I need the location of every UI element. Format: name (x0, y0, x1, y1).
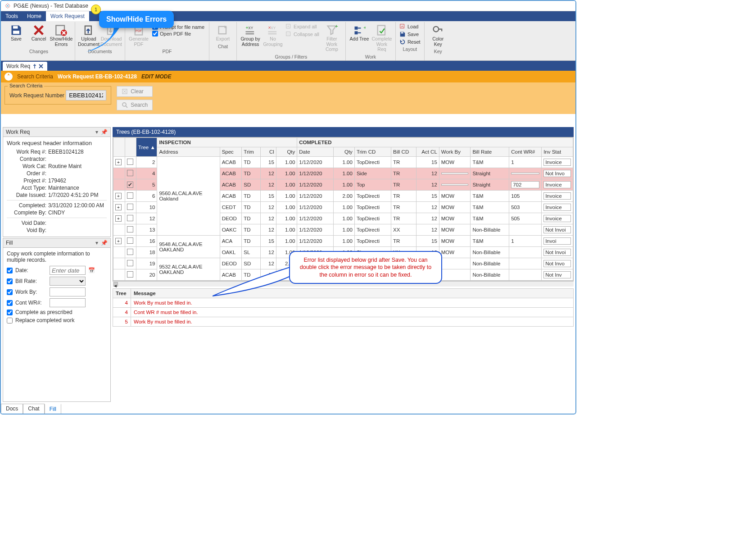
menu-home[interactable]: Home (23, 11, 46, 21)
collapse-all-button[interactable]: −Collapse all (285, 31, 320, 38)
table-row[interactable]: +29560 ALCALA AVE OaklandACABTD151.001/1… (113, 157, 573, 168)
svg-rect-12 (246, 33, 254, 34)
error-row[interactable]: 4Cont WR # must be filled in. (113, 308, 574, 317)
search-icon (122, 102, 128, 108)
layout-reset-button[interactable]: Reset (398, 38, 421, 46)
invstat-cell[interactable]: Invoi (543, 237, 571, 245)
row-checkbox[interactable]: ✔ (127, 182, 133, 188)
error-row[interactable]: 4Work By must be filled in. (113, 298, 574, 308)
invstat-cell[interactable]: Not Inv (543, 271, 571, 278)
collapse-criteria-button[interactable]: ˄ (5, 73, 13, 81)
callout-annotation-tail-icon (213, 267, 294, 298)
complete-work-req-button[interactable]: Complete Work Req (371, 23, 393, 53)
expand-all-button[interactable]: +Expand all (285, 23, 320, 30)
row-checkbox[interactable] (127, 192, 133, 199)
no-grouping-button[interactable]: ×XY No Grouping (262, 23, 284, 48)
panel-pin-icon[interactable]: 📌 (101, 240, 108, 246)
layout-save-button[interactable]: Save (398, 31, 421, 38)
search-criteria-panel: Search Criteria Work Request Number Clea… (1, 82, 575, 114)
open-pdf-checkbox[interactable]: Open PDF file (152, 31, 204, 36)
invstat-cell[interactable]: Invoice (543, 215, 571, 222)
row-checkbox[interactable] (127, 215, 133, 221)
svg-text:+: + (287, 24, 290, 28)
complete-prescribed-checkbox[interactable] (7, 310, 13, 315)
fill-contwr-checkbox[interactable] (7, 300, 13, 306)
error-row[interactable]: 5Work By must be filled in. (113, 317, 574, 327)
invstat-cell[interactable]: Invoice (543, 159, 571, 166)
callout-bubble-1: Show/Hide Errors (99, 11, 174, 28)
panel-dropdown-icon[interactable]: ▾ (95, 129, 98, 135)
invstat-cell[interactable]: Not Invoi (543, 249, 571, 256)
panel-dropdown-icon[interactable]: ▾ (95, 240, 98, 246)
row-checkbox[interactable] (127, 170, 133, 176)
expand-icon[interactable]: + (115, 215, 122, 222)
svg-rect-22 (354, 27, 358, 30)
row-checkbox[interactable] (127, 204, 133, 210)
svg-rect-0 (13, 26, 18, 29)
error-list-grid[interactable]: TreeMessage 4Work By must be filled in.4… (113, 288, 574, 327)
tab-fill[interactable]: Fill (45, 404, 61, 414)
panel-pin-icon[interactable]: 📌 (101, 129, 108, 135)
edit-mode-label: EDIT MODE (141, 73, 172, 80)
row-checkbox[interactable] (127, 249, 133, 255)
group-by-address-button[interactable]: +XY Group by Address (240, 23, 261, 48)
invstat-cell[interactable]: Not Invoi (543, 226, 571, 233)
save-button[interactable]: Save (5, 23, 27, 43)
layout-load-button[interactable]: Load (398, 23, 421, 30)
ribbon-group-changes: Save Cancel Show/Hide Errors Changes (3, 22, 75, 60)
menu-tools[interactable]: Tools (1, 11, 23, 21)
add-tree-button[interactable]: + Add Tree (349, 23, 370, 43)
cancel-button[interactable]: Cancel (28, 23, 50, 43)
fill-billrate-select[interactable] (50, 277, 86, 286)
ribbon-group-groups: +XY Group by Address ×XY No Grouping +Ex… (237, 22, 346, 60)
pin-icon[interactable] (32, 64, 37, 69)
search-button[interactable]: Search (117, 100, 153, 110)
calendar-icon[interactable]: 📅 (88, 267, 95, 273)
svg-rect-29 (438, 29, 442, 30)
invstat-cell[interactable]: Not Invo (543, 260, 571, 267)
clear-icon (122, 88, 128, 95)
clear-button[interactable]: Clear (117, 86, 153, 97)
menu-work-request[interactable]: Work Request (46, 11, 89, 21)
menu-bar: Tools Home Work Request (1, 11, 575, 21)
tab-chat[interactable]: Chat (23, 404, 44, 414)
work-request-number-label: Work Request Number (9, 92, 64, 99)
row-checkbox[interactable] (127, 271, 133, 278)
close-icon[interactable] (38, 64, 44, 69)
fill-workby-checkbox[interactable] (7, 289, 13, 295)
tab-work-req[interactable]: Work Req (3, 62, 47, 71)
color-key-button[interactable]: Color Key (427, 23, 449, 48)
export-button[interactable]: Export (212, 23, 234, 43)
table-row[interactable]: +169548 ALCALA AVE OAKLANDACATD151.001/1… (113, 236, 573, 247)
expand-icon[interactable]: + (115, 159, 122, 165)
contwr-cell[interactable] (511, 173, 539, 174)
svg-text:PDF: PDF (136, 29, 142, 32)
invstat-cell[interactable]: Not Invo (543, 170, 571, 177)
fill-date-checkbox[interactable] (7, 268, 13, 273)
workby-cell[interactable] (441, 173, 469, 174)
row-checkbox[interactable] (127, 226, 133, 232)
invstat-cell[interactable]: Invoice (543, 181, 571, 188)
fill-date-input[interactable] (50, 266, 86, 275)
invstat-cell[interactable]: Invoice (543, 192, 571, 200)
showhide-errors-button[interactable]: Show/Hide Errors (50, 23, 72, 48)
filter-work-comp-button[interactable]: + Filter Work Comp (321, 23, 343, 53)
row-checkbox[interactable] (127, 237, 133, 244)
invstat-cell[interactable]: Invoice (543, 204, 571, 211)
fill-billrate-checkbox[interactable] (7, 278, 13, 284)
row-checkbox[interactable] (127, 159, 133, 165)
expand-icon[interactable]: + (115, 193, 122, 199)
replace-completed-checkbox[interactable] (7, 318, 13, 323)
work-request-number-input[interactable] (66, 90, 106, 100)
expand-icon[interactable]: + (115, 204, 122, 210)
tab-docs[interactable]: Docs (1, 404, 23, 414)
work-req-header-panel: Work Req ▾📌 Work request header informat… (3, 127, 111, 237)
svg-text:XY: XY (271, 26, 276, 30)
trees-grid-header: Trees (EB-EB-102-4128) (113, 127, 574, 137)
fill-contwr-input[interactable] (50, 298, 86, 307)
workby-cell[interactable] (441, 184, 469, 186)
row-checkbox[interactable] (127, 260, 133, 266)
expand-icon[interactable]: + (115, 238, 122, 244)
fill-workby-input[interactable] (50, 287, 86, 296)
contwr-cell[interactable]: 702 (511, 181, 539, 188)
